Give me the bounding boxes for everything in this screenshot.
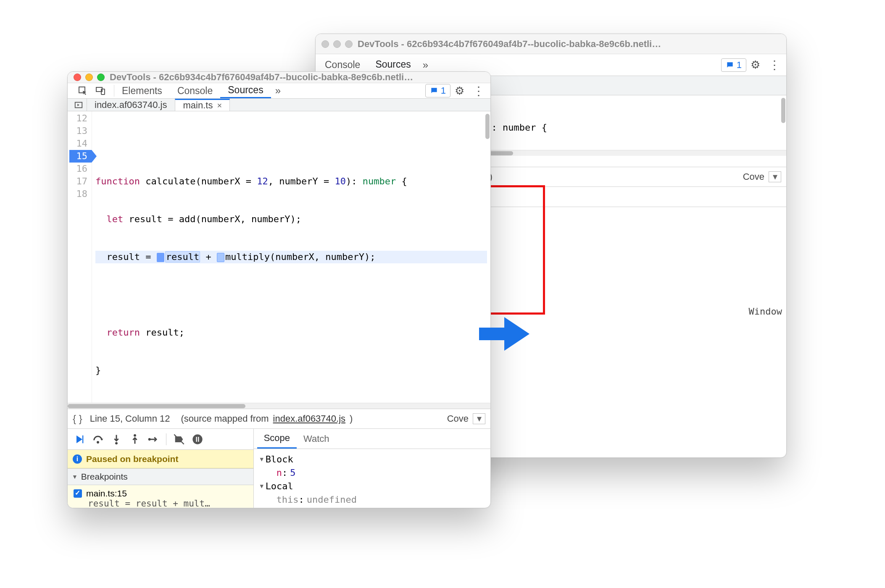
more-tabs-icon[interactable]: » [419, 59, 432, 71]
svg-point-11 [148, 438, 151, 441]
close-icon[interactable]: × [217, 101, 222, 110]
section-breakpoints[interactable]: ▼Breakpoints [68, 468, 253, 485]
step-over-icon[interactable] [90, 431, 106, 448]
file-tabs: index.af063740.js main.ts× [68, 99, 490, 111]
traffic-lights [74, 74, 105, 81]
svg-rect-14 [198, 437, 199, 442]
line-gutter[interactable]: 12 13 14 15 16 17 18 [68, 111, 92, 403]
statusbar: { } Line 15, Column 12 (source mapped fr… [68, 409, 490, 429]
tab-elements[interactable]: Elements [114, 83, 170, 98]
more-tabs-icon[interactable]: » [271, 85, 285, 97]
svg-point-12 [192, 434, 202, 444]
traffic-lights [321, 40, 353, 48]
tab-scope[interactable]: Scope [257, 429, 297, 449]
resume-icon[interactable] [71, 431, 88, 448]
scope-panel: Scope Watch ▼Block n:5 ▼Local this:undef… [254, 429, 490, 508]
debug-sidebar: i Paused on breakpoint ▼Breakpoints main… [68, 429, 254, 508]
step-marker-icon [157, 253, 164, 262]
info-icon: i [73, 454, 82, 464]
chat-icon [726, 61, 734, 69]
paused-banner: i Paused on breakpoint [68, 450, 253, 468]
panel-tabs: Elements Console Sources » 1 ⚙ ⋮ [68, 83, 490, 99]
close-dot[interactable] [74, 74, 81, 81]
scope-tree[interactable]: ▼Block n:5 ▼Local this:undefined numberY… [254, 449, 490, 508]
window-title: DevTools - 62c6b934c4b7f676049af4b7--buc… [110, 72, 413, 83]
svg-point-10 [134, 434, 136, 436]
inspect-icon[interactable] [75, 83, 90, 98]
pretty-print-icon[interactable]: { } [73, 413, 86, 425]
step-icon[interactable] [145, 431, 162, 448]
settings-icon[interactable]: ⚙ [746, 58, 764, 71]
dropdown-icon[interactable]: ▾ [473, 413, 485, 424]
scope-tabs: Scope Watch [254, 429, 490, 449]
titlebar: DevTools - 62c6b934c4b7f676049af4b7--buc… [68, 72, 490, 83]
devtools-window-before: DevTools - 62c6b934c4b7f676049af4b7--buc… [67, 71, 491, 508]
svg-point-9 [115, 442, 118, 444]
device-icon[interactable] [93, 83, 108, 98]
deactivate-bp-icon[interactable] [171, 431, 187, 448]
coverage-label: Cove [447, 413, 469, 424]
settings-icon[interactable]: ⚙ [450, 84, 469, 97]
min-dot[interactable] [85, 74, 93, 81]
coverage-label: Cove [743, 171, 764, 182]
step-into-icon[interactable] [108, 431, 125, 448]
vertical-scrollbar[interactable] [485, 114, 490, 139]
step-out-icon[interactable] [126, 431, 143, 448]
issues-badge[interactable]: 1 [721, 58, 746, 72]
tab-watch[interactable]: Watch [297, 429, 336, 449]
kebab-icon[interactable]: ⋮ [469, 84, 489, 98]
vertical-scrollbar[interactable] [781, 98, 785, 123]
file-tab-index[interactable]: index.af063740.js [87, 99, 175, 111]
line-col-label: Line 15, Column 12 [90, 413, 170, 424]
code-editor[interactable]: 12 13 14 15 16 17 18 function calculate(… [68, 111, 490, 403]
svg-rect-7 [82, 435, 83, 443]
navigator-toggle-icon[interactable] [70, 99, 87, 111]
breakpoint-item[interactable]: main.ts:15 result = result + mult… [68, 485, 253, 508]
window-title: DevTools - 62c6b934c4b7f676049af4b7--buc… [358, 39, 661, 50]
file-tab-main[interactable]: main.ts× [175, 99, 230, 111]
debug-toolbar [68, 429, 253, 450]
tab-console[interactable]: Console [170, 83, 220, 98]
titlebar: DevTools - 62c6b934c4b7f676049af4b7--buc… [316, 34, 786, 54]
max-dot[interactable] [345, 40, 353, 48]
horizontal-scrollbar[interactable] [68, 403, 490, 409]
dropdown-icon[interactable]: ▾ [769, 171, 781, 182]
comparison-arrow-icon [479, 313, 529, 355]
checkbox-icon[interactable] [74, 489, 82, 498]
kebab-icon[interactable]: ⋮ [764, 58, 785, 72]
sourcemap-link[interactable]: index.af063740.js [273, 413, 345, 424]
pause-exceptions-icon[interactable] [189, 431, 206, 448]
svg-point-8 [97, 441, 99, 444]
step-marker-icon [217, 253, 224, 262]
max-dot[interactable] [97, 74, 105, 81]
breakpoint-line[interactable]: 15 [69, 150, 92, 163]
code-lines: function calculate(numberX = 12, numberY… [92, 111, 490, 403]
tab-sources[interactable]: Sources [220, 83, 271, 98]
chat-icon [430, 87, 438, 95]
svg-rect-13 [196, 437, 197, 442]
min-dot[interactable] [333, 40, 341, 48]
close-dot[interactable] [321, 40, 329, 48]
issues-badge[interactable]: 1 [425, 84, 450, 97]
